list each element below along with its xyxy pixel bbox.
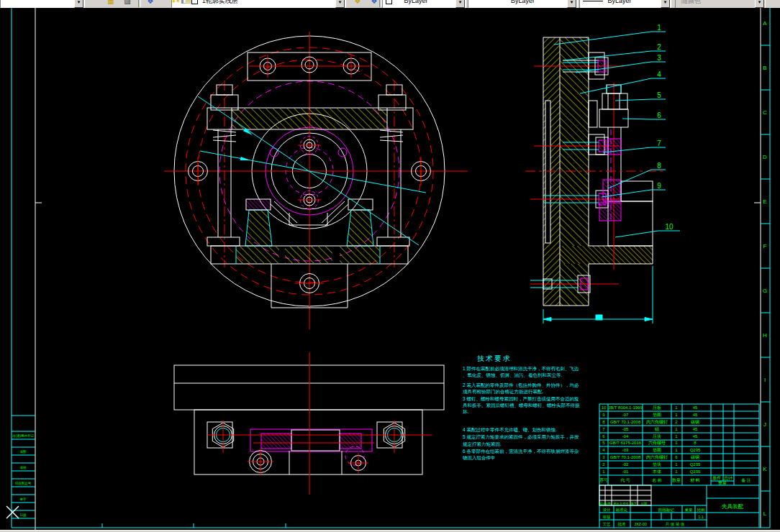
svg-text:更改文件号: 更改文件号 bbox=[613, 502, 629, 505]
svg-text:8: 8 bbox=[694, 441, 697, 445]
svg-text:须具有检验部门的合格证方能进行装配.: 须具有检验部门的合格证方能进行装配. bbox=[463, 389, 544, 395]
layer-states-button[interactable]: ❖ bbox=[350, 0, 366, 8]
bom-rows: 10JB/T 8004.1-1999压板145 9-07垫圈145 8GB/T … bbox=[602, 405, 701, 474]
layer-previous-icon: ▨ bbox=[124, 0, 130, 5]
workspace-combo[interactable]: ▾ bbox=[0, 0, 85, 8]
drawing-canvas[interactable]: AB CD EF GH IJ KL 借(通)用件登记 描图 描校 旧底图总号 签… bbox=[0, 0, 780, 532]
svg-text:JB/T 8004.1-1999: JB/T 8004.1-1999 bbox=[608, 405, 643, 410]
chevron-down-icon[interactable]: ▾ bbox=[455, 0, 465, 8]
layer-color-chip[interactable] bbox=[191, 0, 198, 4]
svg-text:比例: 比例 bbox=[697, 508, 705, 513]
svg-text:垫圈: 垫圈 bbox=[653, 413, 661, 418]
svg-text:压板: 压板 bbox=[653, 405, 661, 410]
svg-text:签字: 签字 bbox=[631, 502, 638, 505]
svg-text:3: 3 bbox=[602, 455, 605, 459]
chevron-down-icon[interactable]: ▾ bbox=[755, 0, 764, 8]
svg-text:7: 7 bbox=[602, 427, 605, 431]
svg-text:2 装入装配的零件及部件（包括外购件、外协件），均必: 2 装入装配的零件及部件（包括外购件、外协件），均必 bbox=[463, 382, 579, 388]
svg-text:3: 3 bbox=[657, 54, 661, 62]
svg-text:具和扳手。紧固后螺钉槽、螺母和螺钉、螺栓头部不得损: 具和扳手。紧固后螺钉槽、螺母和螺钉、螺栓头部不得损 bbox=[463, 403, 580, 408]
object-properties-toolbar: ▾ ▦ ▨ ❖ ●☀◧▤ 1轮廓实线层 ▾ ❖ ❖ ByLayer ▾ ByLa… bbox=[0, 0, 780, 8]
svg-text:5: 5 bbox=[657, 91, 661, 99]
svg-text:6 各零部件在组装前，需清洗干净，不得有铁屑焊渣等杂: 6 各零部件在组装前，需清洗干净，不得有铁屑焊渣等杂 bbox=[463, 449, 579, 454]
layer-combo[interactable]: ●☀◧▤ 1轮廓实线层 ▾ bbox=[171, 0, 346, 8]
svg-text:本体: 本体 bbox=[652, 469, 661, 474]
svg-text:审核: 审核 bbox=[603, 515, 612, 519]
svg-text:工艺: 工艺 bbox=[603, 522, 612, 526]
tech-req-title: 技术要求 bbox=[477, 354, 512, 362]
layers-icon: ❖ bbox=[148, 0, 154, 5]
svg-text:单件: 单件 bbox=[712, 476, 721, 480]
layer-states-icon: ❖ bbox=[355, 0, 361, 5]
svg-text:4 装配过程中零件不允许磕、碰、划伤和锈蚀.: 4 装配过程中零件不允许磕、碰、划伤和锈蚀. bbox=[463, 427, 557, 433]
svg-text:JXZ-00: JXZ-00 bbox=[634, 522, 647, 526]
svg-text:标准化: 标准化 bbox=[615, 508, 628, 513]
svg-text:旧底图总号: 旧底图总号 bbox=[15, 481, 32, 485]
svg-text:I: I bbox=[764, 377, 766, 383]
svg-text:2: 2 bbox=[602, 462, 605, 467]
layer-make-icon: ▦ bbox=[107, 0, 114, 5]
svg-text:代 号: 代 号 bbox=[620, 478, 630, 482]
svg-text:处数: 处数 bbox=[605, 502, 612, 505]
plotstyle-combo[interactable]: 随颜色 ▾ bbox=[675, 0, 766, 8]
svg-text:D: D bbox=[763, 154, 767, 160]
lock-icon[interactable]: ◧ bbox=[181, 0, 186, 4]
svg-text:重量: 重量 bbox=[717, 480, 727, 485]
layers-dialog-button[interactable]: ❖ bbox=[142, 0, 158, 8]
svg-text:2: 2 bbox=[657, 43, 661, 51]
svg-text:、氧化皮、锈蚀、切屑、油污、着色剂和灰尘等.: 、氧化皮、锈蚀、切屑、油污、着色剂和灰尘等. bbox=[463, 372, 563, 378]
svg-text:J: J bbox=[763, 421, 766, 428]
bottom-bar bbox=[211, 246, 408, 264]
crosshair-cursor bbox=[6, 506, 19, 518]
svg-text:E: E bbox=[763, 198, 766, 205]
chevron-down-icon[interactable]: ▾ bbox=[74, 0, 83, 8]
svg-text:签字: 签字 bbox=[20, 497, 27, 501]
svg-text:1: 1 bbox=[675, 413, 678, 417]
svg-text:借(通)用件登记: 借(通)用件登记 bbox=[12, 434, 34, 438]
svg-text:45: 45 bbox=[693, 427, 698, 431]
svg-text:垫圈: 垫圈 bbox=[653, 448, 661, 453]
svg-text:G: G bbox=[763, 288, 767, 294]
svg-text:1: 1 bbox=[675, 405, 678, 410]
svg-text:8: 8 bbox=[657, 162, 661, 170]
svg-text:B: B bbox=[763, 65, 766, 71]
svg-text:1: 1 bbox=[657, 24, 661, 32]
chevron-down-icon[interactable]: ▾ bbox=[661, 0, 670, 8]
svg-text:垫块: 垫块 bbox=[653, 462, 661, 467]
lineweight-combo[interactable]: ByLayer ▾ bbox=[579, 0, 671, 8]
svg-text:45: 45 bbox=[693, 413, 698, 417]
layer-previous-button[interactable]: ▨ bbox=[119, 0, 135, 8]
svg-text:F: F bbox=[763, 243, 767, 249]
sun-icon[interactable]: ☀ bbox=[176, 0, 181, 4]
svg-text:1: 1 bbox=[675, 434, 678, 439]
svg-text:批准: 批准 bbox=[618, 522, 627, 527]
svg-text:描校: 描校 bbox=[19, 466, 27, 469]
svg-text:45: 45 bbox=[693, 434, 698, 439]
color-combo[interactable]: ByLayer ▾ bbox=[382, 0, 466, 8]
svg-text:-04: -04 bbox=[622, 434, 629, 439]
svg-text:数量: 数量 bbox=[672, 478, 681, 482]
chevron-down-icon[interactable]: ▾ bbox=[567, 0, 576, 8]
svg-text:Q235: Q235 bbox=[690, 469, 701, 474]
svg-text:碳钢: 碳钢 bbox=[690, 454, 699, 459]
linetype-combo[interactable]: ByLayer ▾ bbox=[468, 0, 578, 8]
svg-text:Q235: Q235 bbox=[690, 462, 701, 467]
printer-icon[interactable]: ▤ bbox=[186, 0, 192, 4]
svg-text:10: 10 bbox=[665, 223, 674, 231]
svg-text:1 部件在装配前必须清理和清洗干净，不得有毛刺、飞边: 1 部件在装配前必须清理和清洗干净，不得有毛刺、飞边 bbox=[463, 366, 579, 372]
svg-text:日期: 日期 bbox=[641, 502, 648, 505]
svg-text:6: 6 bbox=[602, 434, 605, 439]
svg-text:物混入组合件中: 物混入组合件中 bbox=[463, 455, 496, 461]
svg-text:4: 4 bbox=[657, 70, 661, 78]
svg-text:1: 1 bbox=[675, 441, 678, 445]
svg-text:总计: 总计 bbox=[723, 476, 733, 480]
svg-text:1: 1 bbox=[675, 462, 678, 467]
chevron-down-icon[interactable]: ▾ bbox=[335, 0, 345, 8]
svg-text:7: 7 bbox=[657, 139, 661, 147]
svg-text:GB/T 6175-2016: GB/T 6175-2016 bbox=[609, 441, 642, 445]
make-layer-current-button[interactable]: ▦ bbox=[103, 0, 119, 8]
svg-text:坏.: 坏. bbox=[462, 409, 469, 414]
svg-text:A: A bbox=[763, 20, 767, 27]
svg-text:K: K bbox=[763, 466, 767, 472]
svg-text:1: 1 bbox=[675, 448, 678, 452]
